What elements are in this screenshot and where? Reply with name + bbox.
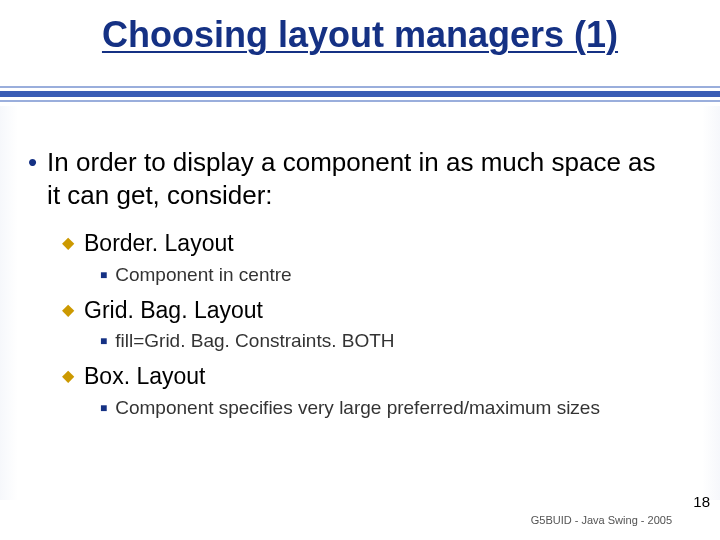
bullet-level-2: ◆ Border. Layout: [62, 229, 672, 259]
intro-text: In order to display a component in as mu…: [47, 146, 672, 211]
bullet-level-3: ■ Component in centre: [100, 263, 672, 288]
bullet-level-3: ■ Component specifies very large preferr…: [100, 396, 672, 421]
layout-name: Grid. Bag. Layout: [84, 296, 263, 326]
layout-detail: fill=Grid. Bag. Constraints. BOTH: [115, 329, 394, 354]
diamond-bullet-icon: ◆: [62, 229, 74, 259]
decorative-fade-right: [702, 106, 720, 500]
decorative-fade-left: [0, 106, 18, 500]
square-bullet-icon: ■: [100, 263, 107, 288]
square-bullet-icon: ■: [100, 329, 107, 354]
bullet-level-2: ◆ Grid. Bag. Layout: [62, 296, 672, 326]
slide-title: Choosing layout managers (1): [0, 0, 720, 60]
slide: Choosing layout managers (1) • In order …: [0, 0, 720, 540]
layout-name: Border. Layout: [84, 229, 234, 259]
layout-detail: Component specifies very large preferred…: [115, 396, 600, 421]
layout-name: Box. Layout: [84, 362, 205, 392]
layout-detail: Component in centre: [115, 263, 291, 288]
slide-body: • In order to display a component in as …: [28, 146, 672, 429]
square-bullet-icon: ■: [100, 396, 107, 421]
diamond-bullet-icon: ◆: [62, 296, 74, 326]
diamond-bullet-icon: ◆: [62, 362, 74, 392]
title-divider: [0, 80, 720, 102]
bullet-level-3: ■ fill=Grid. Bag. Constraints. BOTH: [100, 329, 672, 354]
footer-text: G5BUID - Java Swing - 2005: [531, 514, 672, 526]
bullet-level-2: ◆ Box. Layout: [62, 362, 672, 392]
bullet-level-1: • In order to display a component in as …: [28, 146, 672, 211]
page-number: 18: [693, 493, 710, 510]
disc-bullet-icon: •: [28, 146, 37, 211]
